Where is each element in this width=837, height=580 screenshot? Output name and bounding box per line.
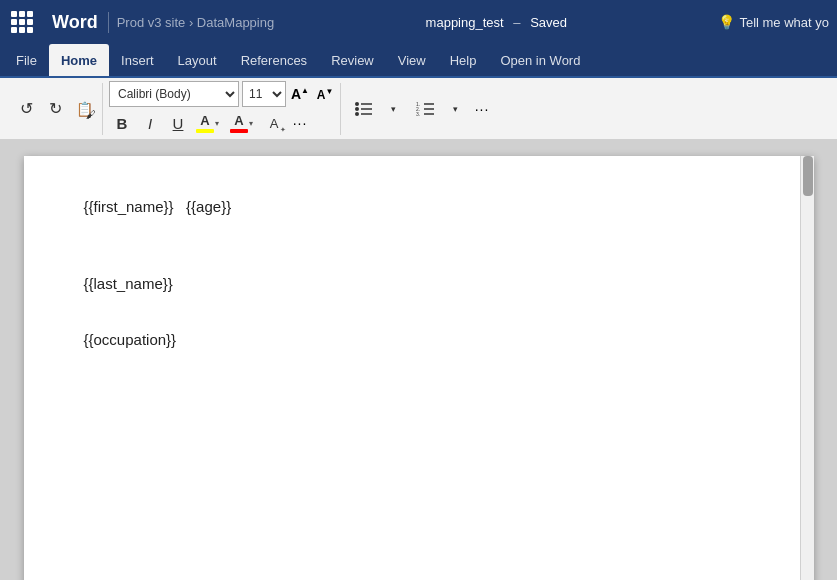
font-effect-icon: A [270, 116, 279, 131]
saved-status: Saved [530, 15, 567, 30]
first-name-tag: {{first_name}} [84, 198, 174, 215]
title-bar: Word Prod v3 site › DataMapping mapping_… [0, 0, 837, 44]
tell-me-text: Tell me what yo [739, 15, 829, 30]
last-name-tag: {{last_name}} [84, 275, 173, 292]
number-list-button[interactable]: 1. 2. 3. [409, 96, 441, 122]
highlight-letter: A [200, 113, 209, 128]
font-color-bar [230, 129, 248, 133]
font-family-select[interactable]: Calibri (Body) [109, 81, 239, 107]
breadcrumb-text: Prod v3 site › DataMapping [117, 15, 275, 30]
tab-home[interactable]: Home [49, 44, 109, 76]
undo-button[interactable]: ↺ [12, 95, 40, 123]
tab-review[interactable]: Review [319, 44, 386, 76]
scrollbar-thumb[interactable] [803, 156, 813, 196]
tab-references[interactable]: References [229, 44, 319, 76]
tab-layout[interactable]: Layout [166, 44, 229, 76]
bullet-list-button[interactable] [347, 96, 379, 122]
undo-icon: ↺ [20, 99, 33, 118]
apps-grid-icon[interactable] [8, 8, 36, 36]
lists-group: ▾ 1. 2. 3. ▾ ··· [343, 83, 497, 135]
tab-help[interactable]: Help [438, 44, 489, 76]
scrollbar[interactable] [800, 156, 814, 580]
tab-file[interactable]: File [4, 44, 49, 76]
more-icon: ··· [293, 115, 308, 131]
number-list-icon: 1. 2. 3. [414, 98, 436, 120]
breadcrumb: Prod v3 site › DataMapping [117, 15, 275, 30]
tell-me-area[interactable]: 💡 Tell me what yo [718, 14, 829, 30]
line-1: {{first_name}} {{age}} [84, 196, 754, 219]
ribbon-toolbar: ↺ ↻ 📋 🖌 Calibri (Body) 11 A▲ [0, 78, 837, 140]
document-page[interactable]: {{first_name}} {{age}} {{last_name}} {{o… [24, 156, 814, 580]
document-area: {{first_name}} {{age}} {{last_name}} {{o… [0, 140, 837, 580]
svg-text:3.: 3. [416, 111, 420, 117]
ribbon-tabs: File Home Insert Layout References Revie… [0, 44, 837, 78]
filename: mapping_test – Saved [426, 15, 567, 30]
lightbulb-icon: 💡 [718, 14, 735, 30]
age-tag: {{age}} [186, 198, 231, 215]
svg-point-3 [355, 102, 359, 106]
font-size-select[interactable]: 11 [242, 81, 286, 107]
format-painter-button[interactable]: 📋 🖌 [70, 95, 98, 123]
lists-more-button[interactable]: ··· [471, 96, 493, 122]
spacer-2 [84, 299, 754, 329]
font-color-button[interactable]: A ▾ [227, 110, 259, 136]
brush-icon: 🖌 [86, 109, 96, 120]
document-content: {{first_name}} {{age}} {{last_name}} {{o… [84, 196, 754, 352]
svg-point-4 [355, 107, 359, 111]
italic-button[interactable]: I [137, 110, 163, 136]
line-3: {{occupation}} [84, 329, 754, 352]
spacer-1 [84, 223, 754, 273]
font-color-letter: A [234, 113, 243, 128]
tab-insert[interactable]: Insert [109, 44, 166, 76]
occupation-tag: {{occupation}} [84, 331, 177, 348]
svg-point-5 [355, 112, 359, 116]
line-2: {{last_name}} [84, 273, 754, 296]
redo-button[interactable]: ↻ [41, 95, 69, 123]
bold-button[interactable]: B [109, 110, 135, 136]
font-decrease-icon: A▼ [317, 87, 334, 102]
redo-icon: ↻ [49, 99, 62, 118]
lists-more-icon: ··· [475, 101, 490, 117]
font-effect-button[interactable]: A ✦ [261, 110, 287, 136]
tab-view[interactable]: View [386, 44, 438, 76]
tab-open-in-word[interactable]: Open in Word [488, 44, 592, 76]
undo-group: ↺ ↻ 📋 🖌 [8, 83, 103, 135]
font-increase-button[interactable]: A▲ [289, 83, 311, 105]
font-color-chevron[interactable]: ▾ [249, 119, 253, 128]
title-bar-right: 💡 Tell me what yo [718, 14, 829, 30]
bullet-list-chevron[interactable]: ▾ [379, 95, 407, 123]
font-decrease-button[interactable]: A▼ [314, 83, 336, 105]
font-increase-icon: A▲ [291, 86, 309, 102]
number-list-chevron[interactable]: ▾ [441, 95, 469, 123]
highlight-color-bar [196, 129, 214, 133]
bullet-list-icon [352, 98, 374, 120]
font-more-button[interactable]: ··· [289, 110, 311, 136]
font-group: Calibri (Body) 11 A▲ A▼ B I U [105, 83, 341, 135]
underline-button[interactable]: U [165, 110, 191, 136]
highlight-chevron[interactable]: ▾ [215, 119, 219, 128]
highlight-color-button[interactable]: A ▾ [193, 110, 225, 136]
app-name: Word [42, 12, 109, 33]
